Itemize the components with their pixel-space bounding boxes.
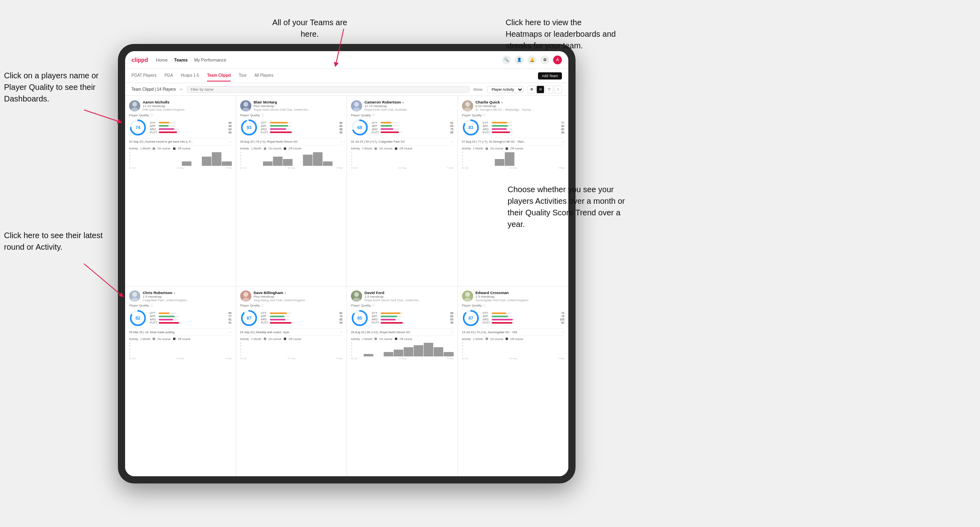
player-name[interactable]: Cameron Robertson ● <box>365 100 454 104</box>
tab-team-clippd[interactable]: Team Clippd <box>207 70 231 82</box>
putt-val: 94 <box>339 321 343 324</box>
player-avatar <box>240 100 251 111</box>
tab-pga[interactable]: PGA <box>164 70 173 82</box>
putt-val: 85 <box>450 131 454 134</box>
nav-link-home[interactable]: Home <box>156 56 167 64</box>
bell-icon[interactable]: 🔔 <box>528 56 536 64</box>
app-label: APP <box>372 315 379 318</box>
quality-circle[interactable]: 68 <box>351 119 368 136</box>
svg-point-25 <box>243 292 248 297</box>
edit-icon[interactable]: ✏ <box>180 88 183 91</box>
nav-link-performance[interactable]: My Performance <box>194 56 227 64</box>
add-team-button[interactable]: Add Team <box>538 72 562 80</box>
grid2-view-button[interactable]: ⊟ <box>536 86 544 93</box>
y-label-1: 1 <box>462 354 463 356</box>
latest-round[interactable]: 02 Sep 23 | Sunrise round to get back in… <box>129 138 232 143</box>
latest-round[interactable]: 19 Jul 23 | 74 (+4), Sunningdale GC - Ol… <box>462 328 565 334</box>
x-label-aug: 21 Aug <box>177 167 184 169</box>
tab-all-players[interactable]: All Players <box>255 70 273 82</box>
settings-icon[interactable]: ⚙ <box>540 56 549 64</box>
tab-pgat[interactable]: PGAT Players <box>131 70 156 82</box>
chart-x-labels: 31 Jul 21 Aug 4 Sep <box>351 357 454 360</box>
tab-tour[interactable]: Tour <box>239 70 246 82</box>
arg-label: ARG <box>372 128 379 131</box>
player-name[interactable]: Dave Billingham ● <box>254 290 343 295</box>
player-club: Craigmillar Park, United Kingdom <box>143 298 232 302</box>
player-card[interactable]: Edward Crossman 1-5 Handicap Sunningdale… <box>458 286 569 477</box>
quality-circle[interactable]: 87 <box>240 309 258 327</box>
svg-text:85: 85 <box>357 316 362 320</box>
off-course-dot <box>284 147 286 150</box>
y-label-3: 3 <box>240 348 241 350</box>
player-card[interactable]: Blair McHarg Plus Handicap Royal North D… <box>236 96 347 286</box>
activity-chart-container: 5 4 3 2 1 <box>351 151 454 166</box>
quality-circle[interactable]: 85 <box>351 309 368 327</box>
latest-round[interactable]: 02 Jul 23 | 59 (+17), Craigmillar Park G… <box>351 138 454 143</box>
latest-round[interactable]: 05 Mar 23 | 19, Must make putting → <box>129 328 232 334</box>
x-label-sep: 4 Sep <box>447 167 454 169</box>
off-course-label: Off course <box>289 338 301 340</box>
player-card[interactable]: Chris Robertson ● 1-5 Handicap Craigmill… <box>125 286 236 477</box>
svg-text:93: 93 <box>246 125 251 130</box>
app-val: 63 <box>450 125 454 127</box>
player-name[interactable]: Charlie Quick ● <box>476 100 565 104</box>
search-icon[interactable]: 🔍 <box>502 56 511 64</box>
putt-label: PUTT <box>372 131 379 134</box>
ott-label: OTT <box>150 121 157 124</box>
x-label-jul: 31 Jul <box>129 357 135 360</box>
quality-section: 87 OTT 73 APP 79 ARG 103 PUTT 92 <box>462 309 565 327</box>
sort-button[interactable]: ↕ <box>554 86 562 93</box>
y-label-1: 1 <box>129 163 130 166</box>
grid-view-button[interactable]: ⊞ <box>528 86 536 93</box>
player-header: Charlie Quick ● 6-10 Handicap St. George… <box>462 100 565 111</box>
svg-text:87: 87 <box>246 316 251 320</box>
user-icon[interactable]: 👤 <box>515 56 524 64</box>
activity-legend: Activity · 1 Month On course Off course <box>129 147 232 150</box>
player-name[interactable]: Chris Robertson ● <box>143 290 232 295</box>
quality-circle[interactable]: 87 <box>462 309 480 327</box>
filter-button[interactable]: ▽ <box>545 86 553 93</box>
tab-hcaps[interactable]: Hcaps 1-5 <box>181 70 199 82</box>
avatar-icon[interactable]: A <box>553 56 562 64</box>
quality-circle[interactable]: 93 <box>240 119 258 136</box>
player-card[interactable]: Aaron Nicholls 11-15 Handicap Drift Golf… <box>125 96 236 286</box>
y-label-2: 2 <box>462 351 463 353</box>
putt-val: 92 <box>560 321 564 324</box>
activity-legend: Activity · 1 Month On course Off course <box>129 338 232 340</box>
latest-round[interactable]: 26 Aug 23 | 73 (+1), Royal North Devon G… <box>240 138 343 143</box>
player-name[interactable]: Blair McHarg <box>254 100 343 104</box>
quality-circle[interactable]: 74 <box>129 119 147 136</box>
off-course-dot <box>395 338 397 340</box>
latest-round[interactable]: 26 Aug 23 | 84 (+12), Royal North Devon … <box>351 328 454 334</box>
player-card[interactable]: Dave Billingham ● Plus Handicap Stag Mai… <box>236 286 347 477</box>
player-handicap: 11-15 Handicap <box>143 104 232 108</box>
player-name[interactable]: David Ford <box>365 290 454 295</box>
activity-section: Activity · 1 Month On course Off course … <box>129 336 232 360</box>
ott-label: OTT <box>261 121 268 124</box>
svg-text:68: 68 <box>357 125 362 130</box>
quality-stats: OTT 60 APP 77 ARG 81 PUTT 91 <box>150 312 232 324</box>
show-select[interactable]: Player Activity <box>487 86 524 93</box>
y-label-4: 4 <box>351 155 352 157</box>
player-card[interactable]: Cameron Robertson ● 11-15 Handicap Royal… <box>347 96 458 286</box>
quality-circle[interactable]: 82 <box>129 309 147 327</box>
player-card[interactable]: David Ford 1-5 Handicap Royal North Devo… <box>347 286 458 477</box>
quality-label: Player Quality ⓘ <box>240 113 343 117</box>
quality-label: Player Quality ⓘ <box>240 304 343 308</box>
latest-round[interactable]: 07 Aug 23 | 77 (+7), St George's Hill GC… <box>462 138 565 143</box>
player-name[interactable]: Edward Crossman <box>476 290 565 295</box>
quality-section: 85 OTT 89 APP 80 ARG 83 PUTT 96 <box>351 309 454 327</box>
y-label-4: 4 <box>351 345 352 347</box>
latest-round[interactable]: 04 Sep 23 | Mobility with coach, Gym → <box>240 328 343 334</box>
nav-icons: 🔍 👤 🔔 ⚙ A <box>502 56 562 64</box>
quality-circle[interactable]: 83 <box>462 119 480 136</box>
search-input[interactable] <box>187 86 469 93</box>
svg-point-36 <box>464 298 471 302</box>
player-name[interactable]: Aaron Nicholls <box>143 100 232 104</box>
quality-label: Player Quality ⓘ <box>462 304 565 308</box>
on-course-dot <box>486 338 488 340</box>
player-handicap: 1-5 Handicap <box>143 295 232 298</box>
nav-link-teams[interactable]: Teams <box>174 56 188 64</box>
quality-stats: OTT 77 APP 80 ARG 83 PUTT 86 <box>483 121 565 134</box>
quality-section: 74 OTT 60 APP 58 ARG 84 PUTT 85 <box>129 119 232 136</box>
